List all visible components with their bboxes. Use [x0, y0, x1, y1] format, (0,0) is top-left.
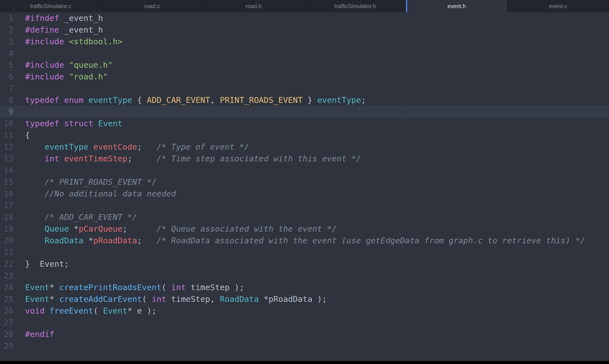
code-line[interactable]: 15 /* PRINT_ROADS_EVENT */	[0, 176, 609, 188]
line-number[interactable]: 29	[0, 340, 13, 352]
line-number[interactable]: 1	[0, 12, 13, 24]
line-number[interactable]: 21	[0, 246, 13, 258]
line-number[interactable]: 15	[0, 176, 13, 188]
line-number[interactable]: 12	[0, 141, 13, 153]
window-bottom-edge	[0, 361, 609, 364]
code-line[interactable]: 19 Queue *pCarQueue; /* Queue associated…	[0, 223, 609, 235]
line-number[interactable]: 8	[0, 94, 13, 106]
code-token: *	[84, 236, 93, 245]
tab-road.c[interactable]: road.c	[102, 0, 203, 12]
code-line[interactable]: 27	[0, 317, 609, 328]
line-number[interactable]: 14	[0, 164, 13, 176]
code-token	[84, 95, 88, 105]
code-line[interactable]: 5#include "queue.h"	[0, 59, 609, 71]
line-number[interactable]: 10	[0, 118, 13, 129]
line-number[interactable]: 19	[0, 223, 13, 235]
code-line[interactable]: 21	[0, 246, 609, 258]
line-number[interactable]: 11	[0, 129, 13, 141]
code-line-content: Event* createAddCarEvent( int timeStep, …	[13, 293, 327, 305]
code-token: Event	[25, 294, 49, 304]
code-line[interactable]: 8typedef enum eventType { ADD_CAR_EVENT,…	[0, 94, 609, 106]
tab-event.c[interactable]: event.c	[508, 0, 609, 12]
code-line-content: /* PRINT_ROADS_EVENT */	[13, 176, 156, 188]
code-line[interactable]: 25Event* createAddCarEvent( int timeStep…	[0, 293, 609, 305]
tab-label: trafficSimulator.h	[334, 3, 376, 9]
code-line[interactable]: 6#include "road.h"	[0, 71, 609, 82]
code-line[interactable]: 18 /* ADD_CAR_EVENT */	[0, 211, 609, 223]
line-number[interactable]: 9	[0, 106, 13, 118]
code-token: } Event;	[25, 259, 69, 269]
line-number[interactable]: 17	[0, 200, 13, 211]
line-number[interactable]: 20	[0, 235, 13, 246]
code-token: RoadData	[45, 236, 84, 245]
code-line[interactable]: 12 eventType eventCode; /* Type of event…	[0, 141, 609, 153]
code-line-content: {	[13, 129, 30, 141]
code-line-content: #endif	[13, 328, 54, 340]
code-line[interactable]: 7	[0, 82, 609, 94]
line-number[interactable]: 13	[0, 153, 13, 164]
code-line[interactable]: 14	[0, 164, 609, 176]
code-token: * e );	[127, 306, 157, 316]
line-number[interactable]: 7	[0, 82, 13, 94]
line-number[interactable]: 24	[0, 282, 13, 293]
tab-event.h[interactable]: event.h	[406, 0, 508, 12]
code-line-content: Queue *pCarQueue; /* Queue associated wi…	[13, 223, 337, 235]
code-line[interactable]: 1#ifndef _event_h	[0, 12, 609, 24]
code-line[interactable]: 24Event* createPrintRoadsEvent( int time…	[0, 282, 609, 293]
code-line-content: #ifndef _event_h	[13, 12, 103, 24]
code-line[interactable]: 13 int eventTimeStep; /* Time step assoc…	[0, 153, 609, 164]
code-line[interactable]: 23	[0, 270, 609, 282]
code-token: eventCode	[93, 142, 137, 152]
line-number[interactable]: 3	[0, 36, 13, 47]
tab-road.h[interactable]: road.h	[203, 0, 304, 12]
line-number[interactable]: 22	[0, 258, 13, 270]
code-line[interactable]: 16 //No additional data needed	[0, 188, 609, 200]
code-token: ;	[361, 95, 366, 105]
code-token: #include	[25, 37, 64, 46]
code-token: (	[142, 294, 152, 304]
code-line[interactable]: 20 RoadData *pRoadData; /* RoadData asso…	[0, 235, 609, 246]
tab-bar: trafficSimulator.croad.croad.htrafficSim…	[0, 0, 609, 12]
line-number[interactable]: 26	[0, 305, 13, 317]
line-number[interactable]: 6	[0, 71, 13, 82]
code-editor[interactable]: 1#ifndef _event_h2#define _event_h3#incl…	[0, 12, 609, 361]
code-token: Event	[25, 283, 49, 292]
tab-trafficSimulator.c[interactable]: trafficSimulator.c	[0, 0, 102, 12]
line-number[interactable]: 18	[0, 211, 13, 223]
line-number[interactable]: 2	[0, 24, 13, 36]
code-line[interactable]: 10typedef struct Event	[0, 118, 609, 129]
code-line[interactable]: 2#define _event_h	[0, 24, 609, 36]
code-line[interactable]: 17	[0, 200, 609, 211]
code-token: #ifndef	[25, 13, 59, 23]
tab-trafficSimulator.h[interactable]: trafficSimulator.h	[304, 0, 406, 12]
code-line[interactable]: 29	[0, 340, 609, 352]
code-token: int	[45, 154, 59, 163]
code-token: ;	[137, 142, 142, 152]
code-token	[64, 37, 69, 46]
code-line[interactable]: 4	[0, 47, 609, 59]
code-token: (	[161, 283, 171, 292]
line-number[interactable]: 16	[0, 188, 13, 200]
code-token: void	[25, 306, 45, 316]
code-token: *	[69, 224, 79, 234]
code-line[interactable]: 26void freeEvent( Event* e );	[0, 305, 609, 317]
line-number[interactable]: 28	[0, 328, 13, 340]
code-line-content: void freeEvent( Event* e );	[13, 305, 156, 317]
code-line[interactable]: 11{	[0, 129, 609, 141]
line-number[interactable]: 25	[0, 293, 13, 305]
line-number[interactable]: 23	[0, 270, 13, 282]
code-token: {	[25, 130, 30, 140]
code-line[interactable]: 9	[0, 106, 609, 118]
line-number[interactable]: 5	[0, 59, 13, 71]
code-token: _event_h	[59, 13, 103, 23]
code-token	[93, 119, 98, 128]
line-number[interactable]: 4	[0, 47, 13, 59]
code-line[interactable]: 28#endif	[0, 328, 609, 340]
code-line-content: Event* createPrintRoadsEvent( int timeSt…	[13, 282, 244, 293]
code-line[interactable]: 22} Event;	[0, 258, 609, 270]
code-token: #include	[25, 72, 64, 81]
code-line-content	[13, 200, 25, 211]
code-token: _event_h	[59, 25, 103, 35]
line-number[interactable]: 27	[0, 317, 13, 328]
code-line[interactable]: 3#include <stdbool.h>	[0, 36, 609, 47]
